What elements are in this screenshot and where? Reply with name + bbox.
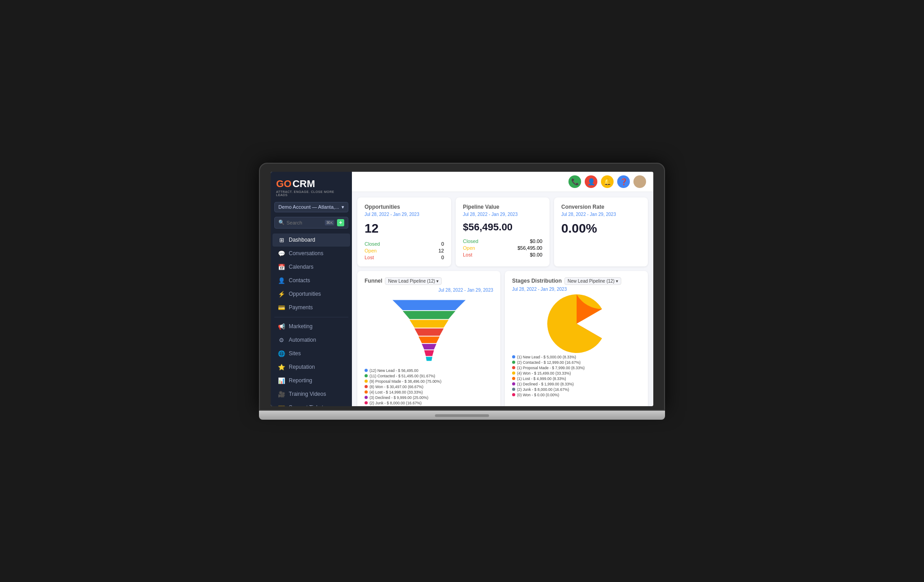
pie-legend-item-5: (1) Declined - $ 1,999.00 (8.33%) bbox=[512, 382, 641, 386]
conversion-title: Conversion Rate bbox=[561, 204, 641, 210]
funnel-date: Jul 28, 2022 - Jan 29, 2023 bbox=[439, 288, 493, 293]
dashboard-content: Opportunities Jul 28, 2022 - Jan 29, 202… bbox=[352, 192, 653, 406]
conversion-date: Jul 28, 2022 - Jan 29, 2023 bbox=[561, 212, 641, 217]
stages-filter[interactable]: New Lead Pipeline (12) ▾ bbox=[564, 277, 621, 285]
nav-label-marketing: Marketing bbox=[289, 323, 313, 330]
svg-marker-7 bbox=[425, 357, 432, 361]
funnel-pipeline-label: New Lead Pipeline (12) bbox=[388, 279, 435, 284]
funnel-title: Funnel bbox=[365, 278, 382, 284]
opportunities-icon: ⚡ bbox=[278, 291, 285, 298]
sidebar-item-training[interactable]: 🎥 Training Videos bbox=[273, 388, 350, 401]
opportunities-date: Jul 28, 2022 - Jan 29, 2023 bbox=[365, 212, 444, 217]
opportunities-lost-label: Lost bbox=[365, 255, 374, 260]
opportunities-closed-row: Closed 0 bbox=[365, 241, 444, 247]
avatar[interactable] bbox=[633, 175, 646, 188]
dashboard-icon: ⊞ bbox=[278, 237, 285, 243]
pie-legend-item-7: (0) Won - $ 0.00 (0.00%) bbox=[512, 393, 641, 397]
pipeline-open-row: Open $56,495.00 bbox=[463, 245, 542, 251]
pie-label-5: (1) Declined - $ 1,999.00 (8.33%) bbox=[517, 382, 574, 386]
sidebar-item-payments[interactable]: 💳 Payments bbox=[273, 301, 350, 314]
nav-label-conversations: Conversations bbox=[289, 250, 323, 257]
pipeline-closed-val: $0.00 bbox=[530, 238, 542, 244]
stages-card: Stages Distribution New Lead Pipeline (1… bbox=[505, 271, 648, 406]
conversion-rate-card: Conversion Rate Jul 28, 2022 - Jan 29, 2… bbox=[554, 197, 648, 266]
search-input[interactable] bbox=[286, 220, 323, 225]
pie-legend-item-6: (2) Junk - $ 8,000.00 (16.67%) bbox=[512, 387, 641, 392]
search-icon: 🔍 bbox=[278, 220, 285, 225]
marketing-icon: 📢 bbox=[278, 323, 285, 330]
sidebar-item-opportunities[interactable]: ⚡ Opportunities bbox=[273, 288, 350, 301]
screen: GO CRM ATTRACT. ENGAGE. CLOSE MORE LEADS… bbox=[271, 172, 653, 406]
opportunities-open-val: 12 bbox=[439, 248, 444, 253]
opportunities-value: 12 bbox=[365, 221, 444, 236]
pie-dot-6 bbox=[512, 388, 515, 391]
help-button[interactable]: ❓ bbox=[617, 175, 630, 188]
opportunities-closed-label: Closed bbox=[365, 241, 380, 247]
nav-label-dashboard: Dashboard bbox=[289, 237, 315, 243]
user-icon-button[interactable]: 👤 bbox=[585, 175, 597, 188]
nav-label-reporting: Reporting bbox=[289, 377, 312, 384]
opportunities-lost-val: 0 bbox=[441, 255, 444, 260]
sidebar-item-calendars[interactable]: 📅 Calendars bbox=[273, 261, 350, 274]
conversion-value: 0.00% bbox=[561, 221, 641, 236]
nav-label-calendars: Calendars bbox=[289, 264, 314, 270]
sidebar-item-dashboard[interactable]: ⊞ Dashboard bbox=[273, 234, 350, 247]
support-icon: 🎫 bbox=[278, 404, 285, 406]
pipeline-lost-row: Lost $0.00 bbox=[463, 252, 542, 257]
sidebar-item-conversations[interactable]: 💬 Conversations bbox=[273, 247, 350, 260]
sidebar-item-support[interactable]: 🎫 Support Tickets bbox=[273, 401, 350, 406]
pipeline-value: $56,495.00 bbox=[463, 221, 542, 233]
sidebar-item-automation[interactable]: ⚙ Automation bbox=[273, 334, 350, 347]
bell-button[interactable]: 🔔 bbox=[601, 175, 614, 188]
conversations-icon: 💬 bbox=[278, 250, 285, 257]
funnel-legend: (12) New Lead - $ 56,495.00 (11) Contact… bbox=[365, 368, 493, 406]
funnel-label-4: (4) Lost - $ 14,998.00 (33.33%) bbox=[370, 390, 423, 394]
opportunities-breakdown: Closed 0 Open 12 Lost 0 bbox=[365, 241, 444, 260]
sidebar-item-sites[interactable]: 🌐 Sites bbox=[273, 347, 350, 360]
phone-button[interactable]: 📞 bbox=[568, 175, 581, 188]
laptop-outer: GO CRM ATTRACT. ENGAGE. CLOSE MORE LEADS… bbox=[259, 163, 665, 420]
funnel-svg bbox=[388, 294, 470, 367]
sidebar-item-contacts[interactable]: 👤 Contacts bbox=[273, 274, 350, 287]
account-dropdown[interactable]: Demo Account — Atlanta,... ▾ bbox=[274, 202, 348, 212]
automation-icon: ⚙ bbox=[278, 337, 285, 344]
nav-label-payments: Payments bbox=[289, 304, 313, 311]
sidebar-item-reputation[interactable]: ⭐ Reputation bbox=[273, 361, 350, 374]
contacts-icon: 👤 bbox=[278, 277, 285, 284]
funnel-label-5: (3) Declined - $ 9,999.00 (25.00%) bbox=[370, 395, 428, 400]
reporting-icon: 📊 bbox=[278, 377, 285, 384]
funnel-card: Funnel New Lead Pipeline (12) ▾ Jul 28, … bbox=[357, 271, 500, 406]
sidebar: GO CRM ATTRACT. ENGAGE. CLOSE MORE LEADS… bbox=[271, 172, 352, 406]
svg-marker-1 bbox=[402, 311, 455, 319]
funnel-dot-2 bbox=[365, 380, 368, 383]
svg-marker-5 bbox=[421, 344, 436, 349]
pie-legend-item-4: (1) Lost - $ 4,999.00 (8.33%) bbox=[512, 376, 641, 381]
funnel-dot-5 bbox=[365, 396, 368, 399]
svg-marker-3 bbox=[414, 328, 444, 335]
sidebar-item-marketing[interactable]: 📢 Marketing bbox=[273, 320, 350, 333]
sidebar-item-reporting[interactable]: 📊 Reporting bbox=[273, 374, 350, 387]
svg-marker-4 bbox=[418, 336, 439, 343]
pipeline-closed-row: Closed $0.00 bbox=[463, 238, 542, 244]
funnel-dot-6 bbox=[365, 401, 368, 404]
pie-svg bbox=[547, 294, 606, 353]
funnel-filter[interactable]: New Lead Pipeline (12) ▾ bbox=[385, 277, 442, 285]
pipeline-closed-label: Closed bbox=[463, 238, 478, 244]
funnel-chart: (12) New Lead - $ 56,495.00 (11) Contact… bbox=[365, 294, 493, 406]
pie-legend-item-0: (1) New Lead - $ 5,000.00 (8.33%) bbox=[512, 355, 641, 359]
stages-date: Jul 28, 2022 - Jan 29, 2023 bbox=[512, 287, 641, 292]
nav-label-support: Support Tickets bbox=[289, 404, 326, 406]
funnel-legend-item-2: (9) Proposal Made - $ 38,496.00 (75.00%) bbox=[365, 379, 493, 384]
pie-label-7: (0) Won - $ 0.00 (0.00%) bbox=[517, 393, 559, 397]
calendars-icon: 📅 bbox=[278, 264, 285, 270]
svg-marker-6 bbox=[424, 350, 434, 356]
funnel-label-6: (2) Junk - $ 8,000.00 (16.67%) bbox=[370, 401, 421, 405]
pie-label-3: (4) Won - $ 15,499.00 (33.33%) bbox=[517, 371, 571, 376]
pie-dot-5 bbox=[512, 382, 515, 385]
pie-chart-container: (1) New Lead - $ 5,000.00 (8.33%) (2) Co… bbox=[512, 294, 641, 397]
search-add-button[interactable]: + bbox=[337, 219, 344, 226]
opportunities-card: Opportunities Jul 28, 2022 - Jan 29, 202… bbox=[357, 197, 451, 266]
pipeline-breakdown: Closed $0.00 Open $56,495.00 Lost $0.00 bbox=[463, 238, 542, 257]
pie-label-6: (2) Junk - $ 8,000.00 (16.67%) bbox=[517, 387, 569, 392]
laptop-base bbox=[259, 411, 665, 420]
